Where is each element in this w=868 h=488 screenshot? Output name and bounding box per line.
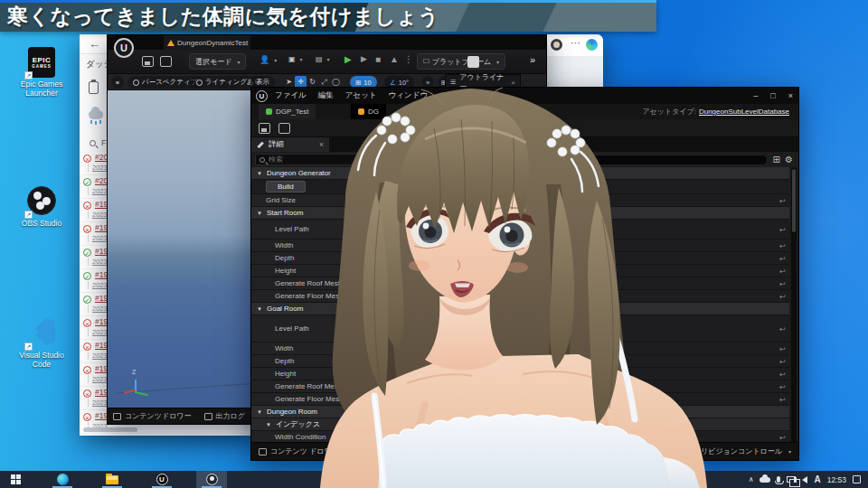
reset-to-default-icon[interactable]: ↩ bbox=[779, 370, 786, 378]
success-status-icon: ✓ bbox=[83, 296, 91, 304]
issue-date: 2023 bbox=[88, 211, 108, 219]
desktop-icon-vscode[interactable]: ↗ Visual Studio Code bbox=[9, 316, 74, 370]
unreal-icon: U bbox=[156, 474, 168, 485]
output-log-button[interactable]: 出力ログ bbox=[204, 411, 245, 421]
desktop-icon-obs-studio[interactable]: ↗ OBS Studio bbox=[9, 185, 74, 229]
chevron-down-icon: ▾ bbox=[496, 59, 499, 65]
reset-to-default-icon[interactable]: ↩ bbox=[779, 324, 786, 333]
error-status-icon: × bbox=[83, 389, 91, 398]
filter-text: F bbox=[101, 138, 107, 147]
edge-icon bbox=[57, 474, 69, 485]
browse-icon[interactable] bbox=[278, 123, 290, 134]
shortcut-arrow-icon: ↗ bbox=[24, 343, 33, 351]
maximize-button[interactable]: □ bbox=[770, 91, 775, 100]
overflow-chevrons-icon[interactable]: » bbox=[530, 54, 535, 65]
reset-to-default-icon[interactable]: ↩ bbox=[779, 279, 786, 287]
error-status-icon: × bbox=[83, 202, 91, 210]
taskbar-explorer[interactable] bbox=[97, 471, 127, 488]
caret-expanded-icon: ▼ bbox=[266, 422, 271, 427]
taskbar-obs[interactable] bbox=[196, 471, 227, 488]
issue-date: 2023 bbox=[88, 281, 108, 289]
taskbar-edge[interactable] bbox=[47, 471, 78, 488]
close-button[interactable]: × bbox=[788, 91, 793, 100]
system-tray: ∧ A 12:53 bbox=[749, 474, 868, 484]
error-status-icon: × bbox=[83, 366, 91, 374]
reset-to-default-icon[interactable]: ↩ bbox=[779, 254, 786, 262]
folder-icon bbox=[106, 475, 118, 484]
action-center-icon[interactable] bbox=[853, 475, 861, 483]
copilot-icon[interactable] bbox=[586, 39, 598, 51]
obs-icon bbox=[206, 474, 218, 485]
search-icon bbox=[259, 157, 265, 163]
error-status-icon: × bbox=[83, 319, 91, 327]
reset-to-default-icon[interactable]: ↩ bbox=[779, 196, 786, 204]
caret-expanded-icon: ▼ bbox=[257, 171, 262, 176]
ime-indicator[interactable]: A bbox=[814, 474, 820, 484]
hidden-icons-chevron[interactable]: ∧ bbox=[749, 475, 754, 483]
issue-date: 2023 bbox=[88, 375, 108, 383]
vertical-scrollbar[interactable] bbox=[791, 167, 797, 444]
level-tab[interactable]: DungeonDynamicTest bbox=[164, 35, 250, 50]
horizontal-scrollbar[interactable] bbox=[83, 427, 137, 432]
reset-to-default-icon[interactable]: ↩ bbox=[779, 292, 786, 300]
clock[interactable]: 12:53 bbox=[827, 475, 846, 484]
reset-to-default-icon[interactable]: ↩ bbox=[779, 241, 786, 249]
chevron-down-icon: ▾ bbox=[237, 59, 240, 65]
profile-avatar[interactable] bbox=[551, 39, 562, 51]
reset-to-default-icon[interactable]: ↩ bbox=[779, 395, 786, 403]
shortcut-arrow-icon: ↗ bbox=[24, 71, 33, 80]
reset-to-default-icon[interactable]: ↩ bbox=[779, 267, 786, 275]
onedrive-icon[interactable] bbox=[760, 477, 770, 483]
unreal-logo-icon: U bbox=[256, 90, 268, 102]
reset-to-default-icon[interactable]: ↩ bbox=[779, 382, 786, 390]
caret-expanded-icon: ▼ bbox=[257, 306, 262, 312]
play-button[interactable]: ▶ bbox=[344, 54, 352, 64]
reset-to-default-icon[interactable]: ↩ bbox=[779, 225, 786, 233]
weather-icon[interactable] bbox=[89, 110, 103, 119]
platforms-dropdown[interactable]: 🖵 プラットフォーム ▾ bbox=[417, 53, 505, 70]
pause-square-button[interactable] bbox=[467, 56, 479, 68]
desktop-icon-epic-games[interactable]: EPICGAMES ↗ Epic Games Launcher bbox=[9, 47, 74, 99]
success-status-icon: ✓ bbox=[83, 178, 91, 186]
reset-to-default-icon[interactable]: ↩ bbox=[779, 357, 786, 365]
taskbar-unreal[interactable]: U bbox=[146, 471, 177, 488]
back-icon[interactable]: ← bbox=[89, 37, 100, 51]
caret-expanded-icon: ▼ bbox=[257, 409, 262, 415]
select-mode-dropdown[interactable]: 選択モード ▾ bbox=[189, 53, 246, 70]
content-drawer-button[interactable]: コンテンツドロワー bbox=[113, 411, 192, 421]
eject-button[interactable]: ▲ bbox=[390, 54, 399, 64]
play-from-icon[interactable]: ▶ bbox=[361, 54, 367, 63]
grid-view-icon[interactable]: ⊞ bbox=[773, 155, 780, 165]
reset-to-default-icon[interactable]: ↩ bbox=[779, 433, 786, 441]
viewport-menu-button[interactable]: ≡ bbox=[111, 76, 124, 89]
warning-icon bbox=[167, 40, 175, 46]
stop-button[interactable]: ■ bbox=[375, 54, 381, 64]
start-button[interactable] bbox=[0, 471, 31, 488]
issue-date: 2023 bbox=[88, 352, 108, 360]
caret-expanded-icon: ▼ bbox=[257, 211, 262, 216]
settings-gear-icon[interactable]: ⚙ bbox=[785, 155, 793, 165]
save-icon[interactable] bbox=[259, 123, 270, 134]
minimize-button[interactable]: – bbox=[753, 91, 758, 100]
search-icon[interactable] bbox=[90, 140, 96, 146]
issue-date: 2023 bbox=[88, 187, 108, 195]
kebab-menu-icon[interactable]: ⋮ bbox=[404, 54, 413, 64]
success-status-icon: ✓ bbox=[83, 249, 91, 257]
unreal-logo-icon: U bbox=[114, 38, 134, 58]
error-status-icon: × bbox=[83, 343, 91, 351]
cinematics-button[interactable]: ▤▾ bbox=[316, 55, 330, 63]
more-menu-icon[interactable]: ⋯ bbox=[571, 37, 581, 49]
blueprints-button[interactable]: ▣▾ bbox=[288, 55, 303, 63]
microphone-icon[interactable] bbox=[777, 476, 780, 483]
issue-date: 2023 bbox=[88, 305, 108, 313]
browse-icon[interactable] bbox=[160, 56, 172, 67]
character-overlay bbox=[298, 83, 732, 488]
clipboard-icon[interactable] bbox=[89, 81, 99, 94]
success-status-icon: ✓ bbox=[83, 272, 91, 280]
save-icon[interactable] bbox=[142, 56, 154, 67]
reset-to-default-icon[interactable]: ↩ bbox=[779, 344, 786, 352]
speaker-icon[interactable] bbox=[802, 476, 807, 483]
banner-text: 寒くなってきました体調に気を付けましょう bbox=[7, 3, 439, 31]
add-actor-button[interactable]: 👤▾ bbox=[259, 55, 277, 64]
pencil-icon bbox=[257, 141, 263, 147]
